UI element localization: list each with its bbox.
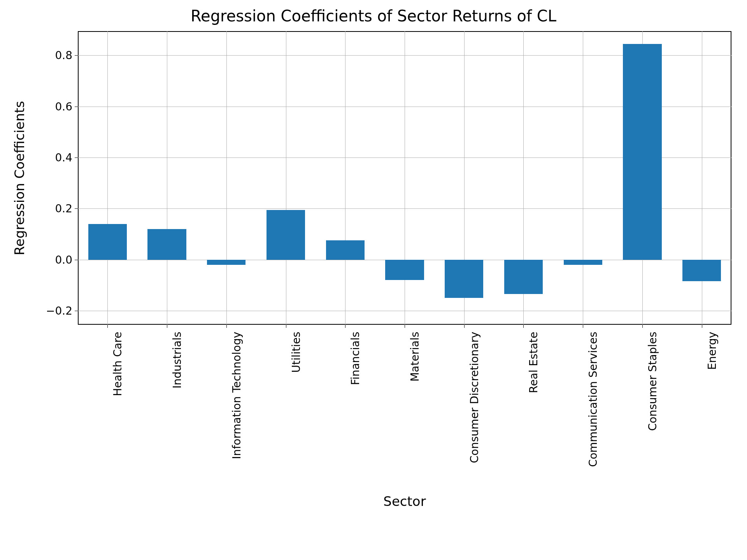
x-tick-label: Consumer Discretionary: [468, 332, 481, 463]
chart-title: Regression Coefficients of Sector Return…: [0, 7, 747, 25]
x-tick-mark: [405, 325, 405, 328]
gridline-vertical: [226, 31, 227, 325]
y-tick-label: 0.6: [55, 100, 78, 113]
gridline-vertical: [405, 31, 405, 325]
y-tick-label: 0.0: [55, 253, 78, 266]
x-tick-label: Communication Services: [587, 332, 600, 467]
x-tick-label: Consumer Staples: [646, 332, 659, 431]
y-axis-label: Regression Coefficients: [12, 101, 27, 255]
x-tick-label: Financials: [349, 332, 362, 385]
x-tick-label: Utilities: [290, 332, 303, 373]
x-tick-mark: [226, 325, 227, 328]
x-tick-mark: [107, 325, 108, 328]
x-axis-label: Sector: [383, 494, 426, 509]
bar: [326, 240, 365, 259]
bar: [682, 260, 721, 282]
gridline-vertical: [583, 31, 583, 325]
x-tick-label: Industrials: [171, 332, 184, 388]
x-tick-label: Materials: [409, 332, 421, 382]
x-tick-mark: [345, 325, 345, 328]
x-tick-mark: [642, 325, 643, 328]
x-tick-mark: [464, 325, 465, 328]
x-tick-label: Information Technology: [230, 332, 243, 459]
y-tick-label: 0.8: [55, 49, 78, 62]
x-tick-label: Health Care: [111, 332, 124, 396]
x-tick-mark: [286, 325, 286, 328]
bar: [564, 260, 602, 265]
bar: [267, 210, 305, 260]
gridline-vertical: [286, 31, 286, 325]
bar: [207, 260, 245, 265]
x-tick-mark: [523, 325, 524, 328]
y-tick-label: 0.4: [55, 151, 78, 164]
x-tick-mark: [167, 325, 167, 328]
x-tick-label: Real Estate: [527, 332, 540, 393]
gridline-vertical: [167, 31, 167, 325]
chart-stage: Regression Coefficients of Sector Return…: [0, 0, 747, 560]
x-tick-mark: [583, 325, 583, 328]
bar: [147, 229, 186, 260]
x-tick-mark: [702, 325, 702, 328]
plot-area: −0.20.00.20.40.60.8Health CareIndustrial…: [78, 31, 731, 325]
bar: [88, 224, 127, 260]
bar: [504, 260, 543, 294]
bar: [445, 260, 483, 298]
gridline-vertical: [345, 31, 345, 325]
y-tick-label: −0.2: [46, 304, 78, 317]
y-tick-label: 0.2: [55, 202, 78, 215]
bar: [385, 260, 424, 280]
gridline-vertical: [107, 31, 108, 325]
bar: [623, 44, 661, 260]
x-tick-label: Energy: [706, 332, 719, 370]
